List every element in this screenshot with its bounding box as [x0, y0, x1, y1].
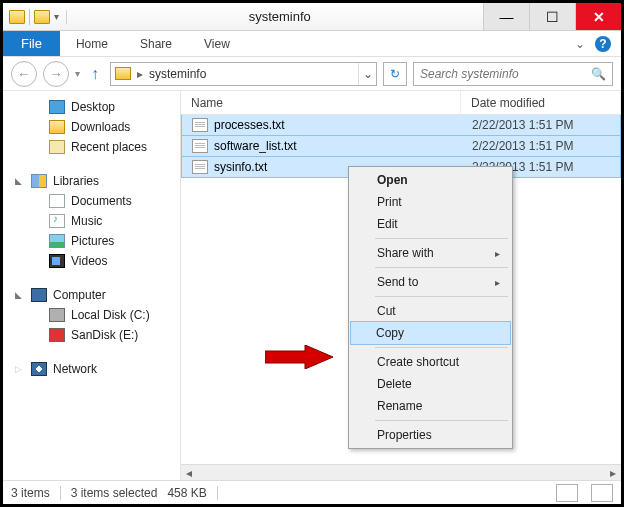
file-row[interactable]: software_list.txt 2/22/2013 1:51 PM — [181, 135, 621, 157]
refresh-button[interactable]: ↻ — [383, 62, 407, 86]
address-dropdown-icon[interactable]: ⌄ — [358, 63, 376, 85]
folder-icon — [49, 120, 65, 134]
text-file-icon — [192, 118, 208, 132]
file-name: sysinfo.txt — [214, 160, 267, 174]
tab-home[interactable]: Home — [60, 31, 124, 56]
ribbon-collapse-icon[interactable]: ⌄ — [575, 37, 585, 51]
status-bar: 3 items 3 items selected 458 KB — [3, 480, 621, 504]
annotation-arrow — [265, 345, 335, 369]
hdd-icon — [49, 308, 65, 322]
navpane-local-disk[interactable]: Local Disk (C:) — [3, 305, 180, 325]
view-details-button[interactable] — [556, 484, 578, 502]
menu-open[interactable]: Open — [351, 169, 510, 191]
menu-separator — [375, 267, 508, 268]
menu-separator — [375, 420, 508, 421]
navpane-sandisk[interactable]: SanDisk (E:) — [3, 325, 180, 345]
menu-label: Share with — [377, 246, 434, 260]
file-row[interactable]: processes.txt 2/22/2013 1:51 PM — [181, 115, 621, 136]
forward-button[interactable]: → — [43, 61, 69, 87]
scroll-left-icon[interactable]: ◂ — [181, 466, 197, 480]
status-size: 458 KB — [167, 486, 206, 500]
address-bar[interactable]: ▸ systeminfo ⌄ — [110, 62, 377, 86]
menu-cut[interactable]: Cut — [351, 300, 510, 322]
quick-access-toolbar: ▾ │ — [3, 9, 77, 25]
navpane-desktop[interactable]: Desktop — [3, 97, 180, 117]
music-icon — [49, 214, 65, 228]
file-date: 2/22/2013 1:51 PM — [462, 139, 620, 153]
usb-icon — [49, 328, 65, 342]
text-file-icon — [192, 160, 208, 174]
navpane-label: Downloads — [71, 120, 130, 134]
horizontal-scrollbar[interactable]: ◂ ▸ — [181, 464, 621, 480]
qat-dropdown-icon[interactable]: ▾ — [54, 11, 59, 22]
menu-properties[interactable]: Properties — [351, 424, 510, 446]
tab-share[interactable]: Share — [124, 31, 188, 56]
videos-icon — [49, 254, 65, 268]
scroll-right-icon[interactable]: ▸ — [605, 466, 621, 480]
navpane-recent[interactable]: Recent places — [3, 137, 180, 157]
navigation-bar: ← → ▾ ↑ ▸ systeminfo ⌄ ↻ 🔍 — [3, 57, 621, 91]
title-bar: ▾ │ systeminfo ― ☐ ✕ — [3, 3, 621, 31]
desktop-icon — [49, 100, 65, 114]
navpane-label: Videos — [71, 254, 107, 268]
file-name: software_list.txt — [214, 139, 297, 153]
navpane-label: Local Disk (C:) — [71, 308, 150, 322]
text-file-icon — [192, 139, 208, 153]
file-tab[interactable]: File — [3, 31, 60, 56]
collapse-icon[interactable]: ◣ — [15, 176, 22, 186]
history-dropdown-icon[interactable]: ▾ — [75, 68, 80, 79]
navpane-label: SanDisk (E:) — [71, 328, 138, 342]
expand-icon[interactable]: ▷ — [15, 364, 22, 374]
navpane-label: Desktop — [71, 100, 115, 114]
menu-send-to[interactable]: Send to — [351, 271, 510, 293]
maximize-button[interactable]: ☐ — [529, 3, 575, 30]
navpane-computer[interactable]: ◣Computer — [3, 285, 180, 305]
navpane-label: Libraries — [53, 174, 99, 188]
help-icon[interactable]: ? — [595, 36, 611, 52]
column-name[interactable]: Name — [181, 91, 461, 114]
app-icon[interactable] — [9, 10, 25, 24]
navigation-pane: Desktop Downloads Recent places ◣Librari… — [3, 91, 181, 480]
menu-copy[interactable]: Copy — [350, 321, 511, 345]
navpane-libraries[interactable]: ◣Libraries — [3, 171, 180, 191]
navpane-videos[interactable]: Videos — [3, 251, 180, 271]
menu-separator — [375, 296, 508, 297]
context-menu: Open Print Edit Share with Send to Cut C… — [348, 166, 513, 449]
network-icon — [31, 362, 47, 376]
navpane-label: Documents — [71, 194, 132, 208]
minimize-button[interactable]: ― — [483, 3, 529, 30]
menu-edit[interactable]: Edit — [351, 213, 510, 235]
collapse-icon[interactable]: ◣ — [15, 290, 22, 300]
search-input[interactable] — [420, 67, 591, 81]
qat-folder-icon[interactable] — [34, 10, 50, 24]
navpane-music[interactable]: Music — [3, 211, 180, 231]
menu-print[interactable]: Print — [351, 191, 510, 213]
search-icon[interactable]: 🔍 — [591, 67, 606, 81]
search-box[interactable]: 🔍 — [413, 62, 613, 86]
back-button[interactable]: ← — [11, 61, 37, 87]
navpane-label: Computer — [53, 288, 106, 302]
computer-icon — [31, 288, 47, 302]
menu-delete[interactable]: Delete — [351, 373, 510, 395]
navpane-network[interactable]: ▷Network — [3, 359, 180, 379]
close-button[interactable]: ✕ — [575, 3, 621, 30]
ribbon-tabs: File Home Share View ⌄ ? — [3, 31, 621, 57]
navpane-downloads[interactable]: Downloads — [3, 117, 180, 137]
tab-view[interactable]: View — [188, 31, 246, 56]
menu-share-with[interactable]: Share with — [351, 242, 510, 264]
file-name: processes.txt — [214, 118, 285, 132]
up-button[interactable]: ↑ — [86, 61, 104, 87]
documents-icon — [49, 194, 65, 208]
breadcrumb-chevron-icon[interactable]: ▸ — [135, 67, 145, 81]
menu-create-shortcut[interactable]: Create shortcut — [351, 351, 510, 373]
menu-rename[interactable]: Rename — [351, 395, 510, 417]
libraries-icon — [31, 174, 47, 188]
column-date[interactable]: Date modified — [461, 91, 621, 114]
navpane-documents[interactable]: Documents — [3, 191, 180, 211]
breadcrumb-segment[interactable]: systeminfo — [145, 67, 210, 81]
address-folder-icon — [115, 67, 131, 80]
menu-label: Send to — [377, 275, 418, 289]
status-selected: 3 items selected — [71, 486, 158, 500]
navpane-pictures[interactable]: Pictures — [3, 231, 180, 251]
view-icons-button[interactable] — [591, 484, 613, 502]
